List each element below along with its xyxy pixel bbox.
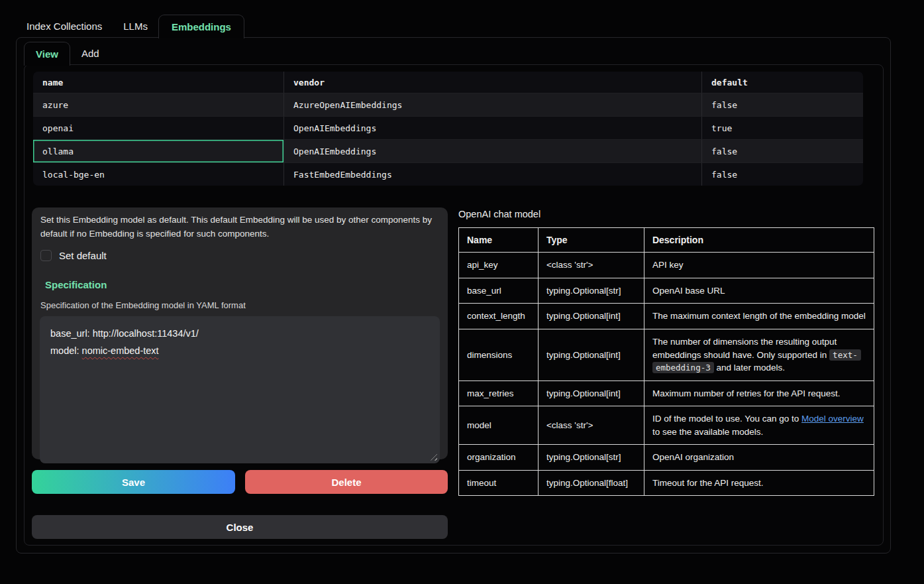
embeddings-table-header: name vendor default bbox=[33, 72, 863, 93]
tab-add[interactable]: Add bbox=[70, 42, 111, 65]
param-type: typing.Optional[int] bbox=[538, 304, 644, 329]
specification-caption: Specification of the Embedding model in … bbox=[40, 300, 439, 310]
doc-row-timeout: timeout typing.Optional[float] Timeout f… bbox=[459, 470, 874, 496]
param-name: api_key bbox=[459, 253, 539, 278]
cell-default: true bbox=[701, 117, 863, 139]
param-name: base_url bbox=[459, 278, 539, 304]
doc-col-name: Name bbox=[459, 228, 539, 253]
tab-view[interactable]: View bbox=[24, 42, 70, 66]
doc-row-organization: organization typing.Optional[str] OpenAI… bbox=[459, 445, 874, 471]
cell-default: false bbox=[701, 93, 863, 116]
param-name: model bbox=[459, 406, 539, 445]
doc-row-base-url: base_url typing.Optional[str] OpenAI bas… bbox=[459, 278, 874, 304]
table-row-selected[interactable]: ollama OpenAIEmbeddings false bbox=[33, 139, 863, 162]
cell-name[interactable]: openai bbox=[33, 117, 283, 139]
save-button[interactable]: Save bbox=[32, 470, 235, 494]
delete-button[interactable]: Delete bbox=[245, 470, 448, 494]
param-name: context_length bbox=[459, 304, 539, 329]
cell-name-selected[interactable]: ollama bbox=[33, 140, 283, 162]
column-header-default: default bbox=[701, 72, 863, 93]
param-type: typing.Optional[str] bbox=[538, 278, 644, 304]
yaml-spec-textarea[interactable]: base_url: http://localhost:11434/v1/ mod… bbox=[40, 316, 440, 463]
param-description: The maximum context length of the embedd… bbox=[644, 304, 874, 329]
doc-col-type: Type bbox=[538, 228, 644, 253]
param-doc-title: OpenAI chat model bbox=[458, 209, 540, 219]
cell-vendor: FastEmbedEmbeddings bbox=[283, 163, 701, 186]
cell-name[interactable]: azure bbox=[33, 93, 283, 116]
param-name: dimensions bbox=[459, 329, 539, 380]
doc-row-dimensions: dimensions typing.Optional[int] The numb… bbox=[459, 329, 874, 380]
param-type: typing.Optional[int] bbox=[538, 380, 644, 406]
close-button[interactable]: Close bbox=[32, 515, 448, 539]
column-header-vendor: vendor bbox=[283, 72, 701, 93]
param-type: typing.Optional[float] bbox=[538, 470, 644, 496]
doc-header-row: Name Type Description bbox=[459, 228, 874, 253]
doc-row-api-key: api_key <class 'str'> API key bbox=[459, 253, 874, 278]
table-row[interactable]: local-bge-en FastEmbedEmbeddings false bbox=[33, 162, 863, 186]
yaml-line-1: base_url: http://localhost:11434/v1/ bbox=[50, 325, 429, 342]
specification-heading: Specification bbox=[45, 279, 439, 290]
param-description: The number of dimensions the resulting o… bbox=[644, 329, 874, 380]
param-name: timeout bbox=[459, 470, 539, 496]
main-tab-bar: Index Collections LLMs Embeddings bbox=[16, 15, 244, 38]
param-description: OpenAI organization bbox=[644, 445, 874, 471]
cell-default: false bbox=[701, 140, 863, 162]
cell-vendor: AzureOpenAIEmbeddings bbox=[283, 93, 701, 116]
cell-default: false bbox=[701, 163, 863, 186]
param-doc-table: Name Type Description api_key <class 'st… bbox=[458, 227, 874, 496]
doc-row-model: model <class 'str'> ID of the model to u… bbox=[459, 406, 874, 445]
doc-col-description: Description bbox=[644, 228, 874, 253]
set-default-help-text: Set this Embedding model as default. Thi… bbox=[40, 213, 438, 241]
yaml-model-value: nomic-embed-text bbox=[82, 345, 159, 356]
param-name: organization bbox=[459, 445, 539, 471]
param-description: Timeout for the API request. bbox=[644, 470, 874, 496]
column-header-name: name bbox=[33, 72, 283, 93]
doc-row-max-retries: max_retries typing.Optional[int] Maximum… bbox=[459, 380, 874, 406]
set-default-label: Set default bbox=[59, 250, 107, 261]
cell-name[interactable]: local-bge-en bbox=[33, 163, 283, 186]
cell-vendor: OpenAIEmbeddings bbox=[283, 117, 701, 139]
model-overview-link[interactable]: Model overview bbox=[801, 414, 864, 424]
param-description: Maximum number of retries for the API re… bbox=[644, 380, 874, 406]
param-type: <class 'str'> bbox=[538, 406, 644, 445]
param-type: typing.Optional[int] bbox=[538, 329, 644, 380]
embeddings-table: name vendor default azure AzureOpenAIEmb… bbox=[33, 72, 863, 186]
table-row[interactable]: openai OpenAIEmbeddings true bbox=[33, 116, 863, 139]
textarea-resize-handle[interactable] bbox=[431, 454, 437, 461]
tab-embeddings[interactable]: Embeddings bbox=[158, 15, 244, 38]
cell-vendor: OpenAIEmbeddings bbox=[283, 140, 701, 162]
set-default-checkbox[interactable] bbox=[40, 250, 52, 261]
param-description: API key bbox=[644, 253, 874, 278]
yaml-line-2: model: nomic-embed-text bbox=[50, 342, 429, 359]
table-row[interactable]: azure AzureOpenAIEmbeddings false bbox=[33, 93, 863, 116]
set-default-row: Set default bbox=[40, 250, 439, 261]
tab-index-collections[interactable]: Index Collections bbox=[16, 15, 113, 38]
param-type: typing.Optional[str] bbox=[538, 445, 644, 471]
doc-row-context-length: context_length typing.Optional[int] The … bbox=[459, 304, 874, 329]
param-name: max_retries bbox=[459, 380, 539, 406]
param-description: ID of the model to use. You can go to Mo… bbox=[644, 406, 874, 445]
tab-llms[interactable]: LLMs bbox=[113, 15, 158, 38]
embedding-detail-card: Set this Embedding model as default. Thi… bbox=[32, 207, 448, 459]
param-type: <class 'str'> bbox=[538, 253, 644, 278]
sub-tab-bar: View Add bbox=[24, 42, 111, 65]
param-description: OpenAI base URL bbox=[644, 278, 874, 304]
